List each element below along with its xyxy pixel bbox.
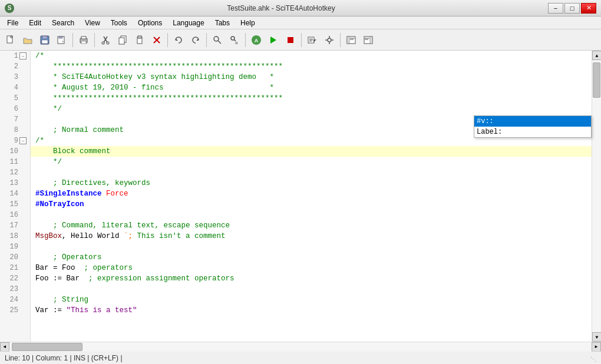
toolbar-sep-4 <box>206 33 207 47</box>
delete-button[interactable] <box>148 32 165 48</box>
svg-rect-47 <box>370 37 372 44</box>
line-num-row: 2 <box>0 61 30 72</box>
vertical-scrollbar[interactable]: ▲ ▼ <box>592 51 601 342</box>
svg-rect-3 <box>42 36 47 39</box>
sidebar-btn2[interactable] <box>360 32 377 48</box>
code-line-4[interactable]: * August 19, 2010 - fincs * <box>31 82 592 93</box>
autocomplete-popup: #v:: Label: <box>474 115 592 138</box>
findreplace-button[interactable]: a <box>226 32 243 48</box>
autocomplete-item[interactable]: Label: <box>474 127 591 137</box>
cut-button[interactable] <box>97 32 114 48</box>
autocomplete-item-selected[interactable]: #v:: <box>474 116 591 127</box>
scroll-right-button[interactable]: ► <box>592 342 601 352</box>
scroll-up-button[interactable]: ▲ <box>592 51 601 60</box>
print-button[interactable] <box>75 32 92 48</box>
tools-btn1[interactable] <box>304 32 321 48</box>
toolbar: + a A <box>0 29 601 51</box>
fold-marker-1[interactable]: – <box>19 52 27 59</box>
menu-edit[interactable]: Edit <box>24 16 46 29</box>
menu-options[interactable]: Options <box>133 16 167 29</box>
run-button[interactable] <box>265 32 282 48</box>
scroll-thumb[interactable] <box>593 62 600 98</box>
code-line-1[interactable]: /* <box>31 51 592 61</box>
svg-point-37 <box>328 38 331 42</box>
code-line-6[interactable]: */ <box>31 104 592 114</box>
code-line-15[interactable]: #NoTrayIcon <box>31 199 592 210</box>
code-line-19[interactable] <box>31 241 592 252</box>
tools-btn2[interactable] <box>321 32 338 48</box>
line-num-row: 7 <box>0 114 30 125</box>
menu-help[interactable]: Help <box>236 16 260 29</box>
line-num-row: 23 <box>0 284 30 294</box>
code-line-13[interactable]: ; Directives, keywords <box>31 178 592 188</box>
svg-rect-10 <box>81 41 86 44</box>
line-num-row: 9 – <box>0 135 30 146</box>
line-num-row: 18 <box>0 231 30 241</box>
redo-button[interactable] <box>187 32 204 48</box>
line-num-row: 5 <box>0 93 30 104</box>
undo-button[interactable] <box>170 32 187 48</box>
scroll-down-button[interactable]: ▼ <box>592 332 601 342</box>
maximize-button[interactable]: □ <box>564 3 580 14</box>
ahk-icon-button[interactable]: A <box>248 32 265 48</box>
editor-area: 1 – 2 3 4 5 6 7 8 9 – 10 11 12 13 14 15 … <box>0 51 601 342</box>
code-line-3[interactable]: * SciTE4AutoHotkey v3 syntax highlightin… <box>31 72 592 82</box>
menu-search[interactable]: Search <box>47 16 79 29</box>
code-line-11[interactable]: */ <box>31 157 592 167</box>
stop-button[interactable] <box>282 32 299 48</box>
code-line-20[interactable]: ; Operators <box>31 252 592 263</box>
open-button[interactable] <box>19 32 36 48</box>
saveas-button[interactable]: + <box>54 32 70 48</box>
new-button[interactable] <box>2 32 19 48</box>
code-line-24[interactable]: ; String <box>31 294 592 305</box>
title-bar: S TestSuite.ahk - SciTE4AutoHotkey − □ ✕ <box>0 0 601 16</box>
svg-rect-43 <box>347 37 349 44</box>
line-num-row: 19 <box>0 241 30 252</box>
fold-marker-9[interactable]: – <box>19 137 27 144</box>
window-title: TestSuite.ahk - SciTE4AutoHotkey <box>14 4 548 12</box>
minimize-button[interactable]: − <box>548 3 563 14</box>
code-line-12[interactable] <box>31 167 592 178</box>
horizontal-track[interactable] <box>9 342 592 352</box>
code-line-18[interactable]: MsgBox, Hello World `; This isn't a comm… <box>31 231 592 241</box>
menu-tools[interactable]: Tools <box>106 16 132 29</box>
svg-text:a: a <box>235 40 238 45</box>
code-line-5[interactable]: ****************************************… <box>31 93 592 104</box>
code-line-22[interactable]: Foo := Bar ; expression assignment opera… <box>31 273 592 284</box>
toolbar-sep-6 <box>301 33 302 47</box>
code-line-10[interactable]: Block comment <box>31 146 592 157</box>
code-line-23[interactable] <box>31 284 592 294</box>
code-content: /* *************************************… <box>31 51 592 316</box>
menu-view[interactable]: View <box>80 16 105 29</box>
menu-file[interactable]: File <box>2 16 23 29</box>
code-line-14[interactable]: #SingleInstance Force <box>31 188 592 199</box>
line-num-row: 16 <box>0 210 30 220</box>
code-line-2[interactable]: ****************************************… <box>31 61 592 72</box>
line-num-row: 1 – <box>0 51 30 61</box>
svg-rect-9 <box>81 37 86 39</box>
code-line-16[interactable] <box>31 210 592 220</box>
save-button[interactable] <box>37 32 53 48</box>
resize-handle[interactable]: ⋱ <box>588 354 596 362</box>
copy-button[interactable] <box>114 32 131 48</box>
toolbar-sep-2 <box>94 33 95 47</box>
horizontal-thumb[interactable] <box>12 343 82 351</box>
sidebar-btn1[interactable] <box>343 32 359 48</box>
menu-tabs[interactable]: Tabs <box>210 16 235 29</box>
close-button[interactable]: ✕ <box>581 3 596 14</box>
paste-button[interactable] <box>131 32 148 48</box>
code-area[interactable]: /* *************************************… <box>31 51 592 342</box>
svg-line-24 <box>218 41 221 44</box>
horizontal-scrollbar[interactable]: ◄ ► <box>0 342 601 351</box>
scroll-left-button[interactable]: ◄ <box>0 342 9 352</box>
find-button[interactable] <box>209 32 226 48</box>
code-line-25[interactable]: Var := "This is a test" <box>31 305 592 316</box>
line-num-row: 17 <box>0 220 30 231</box>
svg-rect-31 <box>288 37 293 43</box>
scroll-track[interactable] <box>592 60 601 332</box>
code-line-21[interactable]: Bar = Foo ; operators <box>31 263 592 273</box>
line-num-row: 20 <box>0 252 30 263</box>
menu-bar: File Edit Search View Tools Options Lang… <box>0 16 601 29</box>
menu-language[interactable]: Language <box>168 16 209 29</box>
code-line-17[interactable]: ; Command, literal text, escape sequence <box>31 220 592 231</box>
